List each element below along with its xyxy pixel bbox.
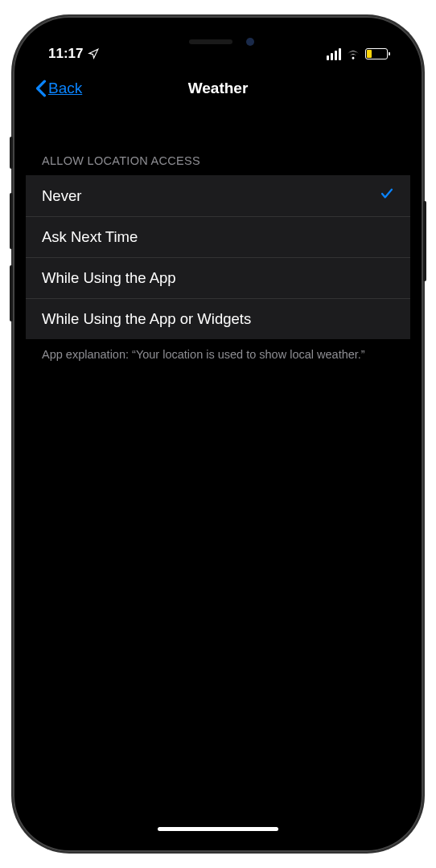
back-label: Back (48, 80, 82, 97)
page-title: Weather (188, 80, 249, 97)
option-never[interactable]: Never (26, 175, 410, 217)
front-camera (246, 38, 254, 46)
checkmark-icon (380, 186, 394, 205)
screen: 11:17 (26, 29, 410, 839)
speaker (189, 39, 232, 44)
option-while-using-app[interactable]: While Using the App (26, 258, 410, 299)
content: ALLOW LOCATION ACCESS Never Ask Next Tim… (26, 109, 410, 371)
location-services-icon (88, 48, 99, 59)
option-label: Ask Next Time (42, 228, 138, 246)
status-time: 11:17 (48, 46, 83, 62)
option-label: While Using the App (42, 269, 176, 287)
battery-level-low (367, 50, 372, 58)
phone-frame: 11:17 (13, 16, 423, 852)
wifi-icon (346, 48, 360, 59)
cellular-signal-icon (327, 48, 341, 60)
mute-switch (10, 137, 13, 169)
volume-up-button (10, 193, 13, 249)
notch (134, 29, 302, 55)
chevron-left-icon (35, 80, 47, 97)
section-header: ALLOW LOCATION ACCESS (26, 154, 410, 175)
back-button[interactable]: Back (35, 80, 82, 97)
side-button (423, 201, 426, 281)
home-indicator[interactable] (158, 827, 278, 831)
option-while-using-app-or-widgets[interactable]: While Using the App or Widgets (26, 299, 410, 339)
option-label: While Using the App or Widgets (42, 310, 251, 328)
option-label: Never (42, 187, 81, 205)
option-ask-next-time[interactable]: Ask Next Time (26, 217, 410, 258)
volume-down-button (10, 265, 13, 321)
navigation-bar: Back Weather (26, 68, 410, 109)
location-access-list: Never Ask Next Time While Using the App … (26, 175, 410, 339)
battery-icon (365, 48, 388, 59)
section-footer: App explanation: “Your location is used … (26, 339, 410, 371)
